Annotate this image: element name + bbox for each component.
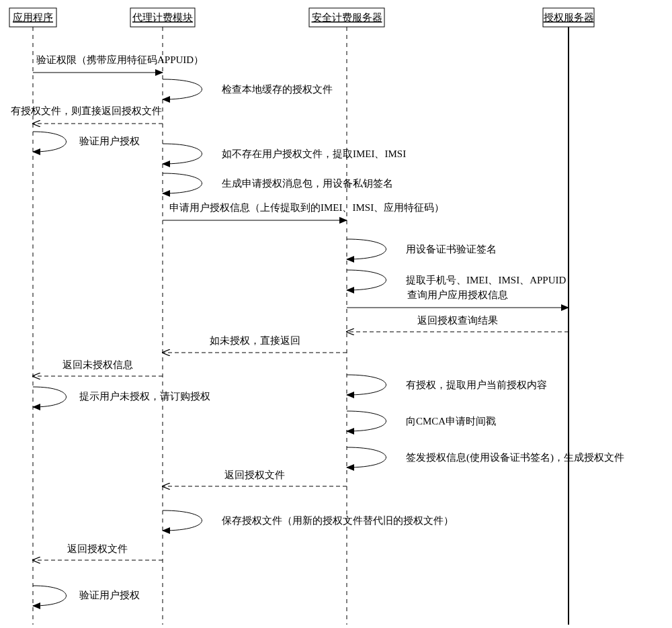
msg-m21-label: 验证用户授权 [79, 590, 140, 600]
msg-m14-label: 提示用户未授权，请订购授权 [79, 391, 210, 402]
msg-m17-label: 签发授权信息(使用设备证书签名)，生成授权文件 [406, 452, 624, 463]
msg-m13: 返回未授权信息 [62, 359, 133, 370]
self-m4: 验证用户授权 [33, 132, 140, 152]
self-m6: 生成申请授权消息包，用设备私钥签名 [163, 173, 393, 193]
msg-m2-label: 检查本地缓存的授权文件 [222, 84, 333, 95]
msg-m3: 有授权文件，则直接返回授权文件 [11, 105, 162, 116]
lifeline-auth: 授权服务器 [543, 8, 594, 625]
self-m17: 签发授权信息(使用设备证书签名)，生成授权文件 [347, 447, 624, 467]
msg-m15-label: 有授权，提取用户当前授权内容 [406, 379, 547, 390]
msg-m1: 验证权限（携带应用特征码APPUID） [36, 54, 204, 65]
sequence-diagram: 应用程序 代理计费模块 安全计费服务器 授权服务器 验证权限（携带应用特征码AP… [0, 0, 672, 628]
msg-m5-label: 如不存在用户授权文件，提取IMEI、IMSI [222, 148, 406, 159]
lifeline-label-billing: 代理计费模块 [132, 12, 193, 23]
msg-m6-label: 生成申请授权消息包，用设备私钥签名 [222, 178, 393, 189]
self-m19: 保存授权文件（用新的授权文件替代旧的授权文件） [163, 510, 454, 531]
self-m5: 如不存在用户授权文件，提取IMEI、IMSI [163, 144, 406, 164]
msg-m7: 申请用户授权信息（上传提取到的IMEI、IMSI、应用特征码） [169, 202, 444, 213]
msg-m18: 返回授权文件 [224, 469, 285, 480]
lifeline-secure: 安全计费服务器 [309, 8, 384, 625]
msg-m4-label: 验证用户授权 [79, 136, 140, 146]
self-m21: 验证用户授权 [33, 586, 140, 606]
lifeline-label-secure: 安全计费服务器 [312, 12, 382, 23]
msg-m8-label: 用设备证书验证签名 [406, 244, 497, 255]
lifeline-label-auth: 授权服务器 [544, 12, 594, 23]
self-m15: 有授权，提取用户当前授权内容 [347, 375, 547, 395]
msg-m20: 返回授权文件 [67, 543, 128, 554]
self-m2: 检查本地缓存的授权文件 [163, 79, 333, 99]
msg-m19-label: 保存授权文件（用新的授权文件替代旧的授权文件） [222, 515, 454, 526]
msg-m9-label: 提取手机号、IMEI、IMSI、APPUID [406, 275, 566, 285]
msg-m10: 查询用户应用授权信息 [407, 289, 508, 300]
self-m16: 向CMCA申请时间戳 [347, 411, 496, 431]
self-m9: 提取手机号、IMEI、IMSI、APPUID [347, 270, 566, 290]
lifeline-label-app: 应用程序 [13, 12, 53, 23]
msg-m16-label: 向CMCA申请时间戳 [406, 416, 496, 427]
msg-m11: 返回授权查询结果 [417, 315, 498, 326]
self-m14: 提示用户未授权，请订购授权 [33, 387, 210, 407]
msg-m12: 如未授权，直接返回 [210, 335, 300, 346]
lifeline-app: 应用程序 [9, 8, 56, 625]
self-m8: 用设备证书验证签名 [347, 239, 497, 259]
lifeline-billing: 代理计费模块 [130, 8, 195, 625]
